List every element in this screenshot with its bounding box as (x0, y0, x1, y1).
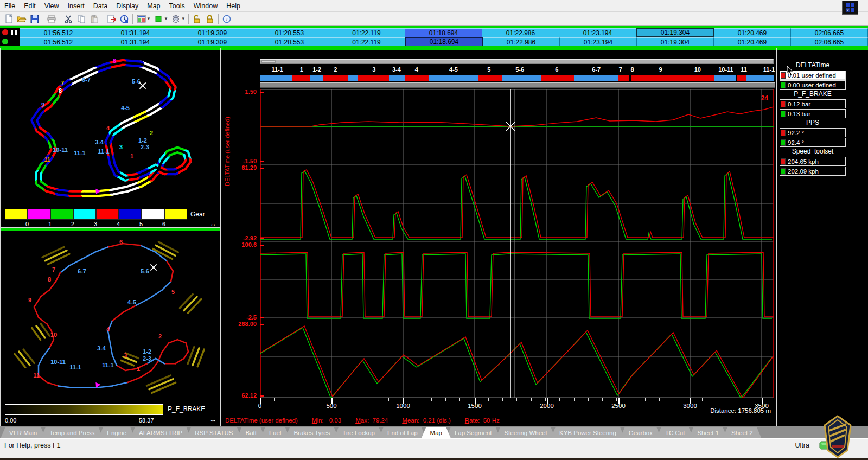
status-mode-label: Ultra (795, 442, 809, 449)
lap-time-cell[interactable]: 01:56.512 (20, 28, 97, 37)
chart-scrollbar[interactable] (260, 59, 774, 64)
tab-temp-and-press[interactable]: Temp and Press (41, 427, 103, 438)
segment-label: 1 (300, 66, 303, 73)
brake-track-map[interactable]: 65243111109875-66-74-53-41-22-310-1111-1… (2, 232, 219, 403)
tab-steering-wheel[interactable]: Steering Wheel (495, 427, 556, 438)
tab-kyb-power-steering[interactable]: KYB Power Steering (551, 427, 625, 438)
marker-dropdown-icon[interactable] (152, 13, 165, 25)
tab-lap-segment[interactable]: Lap Segment (446, 427, 500, 438)
save-icon[interactable] (28, 13, 41, 25)
lock-icon[interactable] (203, 13, 216, 25)
lap-time-cell[interactable]: 01:19.304 (637, 37, 714, 46)
lap-time-cell[interactable]: 01:20.553 (251, 28, 328, 37)
lap-time-cell[interactable]: 02:06.665 (791, 28, 868, 37)
lap-time-cell[interactable]: 01:31.194 (97, 28, 174, 37)
segment-block (389, 75, 405, 81)
menu-help[interactable]: Help (222, 0, 245, 11)
lap-time-cell[interactable]: 01:22.986 (482, 28, 559, 37)
channel-value-item[interactable]: 0.12 bar (780, 99, 846, 108)
scrollbar-thumb[interactable] (261, 60, 276, 63)
channel-value-item[interactable]: 202.09 kph (780, 167, 846, 176)
tab-tire-lockup[interactable]: Tire Lockup (334, 427, 384, 438)
gauge-icon[interactable] (118, 13, 131, 25)
channel-value-text: 92.4 ° (788, 139, 804, 146)
tab-fuel[interactable]: Fuel (260, 427, 290, 438)
unlock-icon[interactable] (190, 13, 203, 25)
dropdown-arrow-icon[interactable]: ▼ (181, 16, 186, 21)
print-icon[interactable] (45, 13, 58, 25)
channel-value-item[interactable]: 0.13 bar (780, 109, 846, 118)
new-document-icon[interactable] (2, 13, 15, 25)
lap-row-marker (0, 37, 20, 46)
menu-edit[interactable]: Edit (20, 0, 40, 11)
segment-label: 11-1 (271, 66, 283, 73)
segment-label: 4-5 (449, 66, 458, 73)
channel-value-item[interactable]: 0.00 user defined (780, 80, 846, 90)
tab-tc-cut[interactable]: TC Cut (656, 427, 693, 438)
gear-color-swatch (164, 209, 187, 220)
open-folder-icon[interactable] (15, 13, 28, 25)
paste-icon[interactable] (88, 13, 101, 25)
tab-gearbox[interactable]: Gearbox (620, 427, 661, 438)
window-panes-icon[interactable]: x (842, 1, 858, 15)
menu-file[interactable]: File (0, 0, 20, 11)
y-axis-tick-label: 62.12 (221, 392, 257, 399)
menu-data[interactable]: Data (89, 0, 112, 11)
cut-icon[interactable] (62, 13, 75, 25)
lap-time-cell[interactable]: 01:56.512 (20, 37, 97, 46)
menu-view[interactable]: View (40, 0, 63, 11)
team-logo (822, 414, 853, 459)
menu-display[interactable]: Display (112, 0, 143, 11)
lap-time-cell[interactable]: 01:19.309 (174, 28, 251, 37)
tab-map[interactable]: Map (422, 427, 451, 438)
red-lap-swatch-icon (781, 72, 786, 79)
mouse-cursor (787, 66, 794, 76)
chart-plot-area[interactable]: 24 (260, 89, 774, 398)
gear-track-map[interactable]: 65-66-74-53-41-22-310-1111-111-178911123… (2, 52, 219, 208)
dropdown-arrow-icon[interactable]: ▼ (164, 16, 168, 21)
distance-readout: Distance: 1756.805 m (710, 407, 771, 414)
segment-label: 11-1 (763, 66, 775, 73)
lap-time-cell[interactable]: 01:20.469 (714, 28, 791, 37)
horizontal-resize-icon[interactable]: ↔ (209, 220, 216, 228)
lap-time-cell[interactable]: 01:22.986 (483, 37, 560, 46)
chart-top-axis (260, 82, 775, 88)
menu-map[interactable]: Map (143, 0, 164, 11)
x-axis-tick-label: 1000 (396, 403, 410, 409)
tab-sheet-1[interactable]: Sheet 1 (688, 427, 727, 438)
tab-batt[interactable]: Batt (237, 427, 265, 438)
lap-time-cell[interactable]: 01:31.194 (97, 37, 174, 46)
lap-time-cell[interactable]: 01:19.304 (636, 28, 714, 37)
dropdown-arrow-icon[interactable]: ▼ (146, 16, 151, 21)
lap-time-cell[interactable]: 02:06.665 (791, 37, 868, 46)
horizontal-resize-icon[interactable]: ↔ (209, 416, 216, 424)
about-icon[interactable]: i (220, 13, 233, 25)
overlay-dropdown-icon[interactable] (169, 13, 182, 25)
channel-value-item[interactable]: 204.65 kph (780, 157, 846, 166)
layout-dropdown-icon[interactable] (135, 13, 148, 25)
lap-time-cell[interactable]: 01:22.119 (328, 28, 405, 37)
lap-time-cell[interactable]: 01:23.194 (560, 37, 637, 46)
menu-tools[interactable]: Tools (165, 0, 189, 11)
lap-time-cell[interactable]: 01:20.553 (251, 37, 328, 46)
lap-time-cell[interactable]: 01:23.194 (559, 28, 636, 37)
tab-alarms-trip[interactable]: ALARMS+TRIP (130, 427, 191, 438)
tab-end-of-lap[interactable]: End of Lap (379, 427, 426, 438)
tab-vfr-main[interactable]: VFR Main (1, 427, 46, 438)
channel-value-item[interactable]: 92.2 ° (780, 128, 846, 137)
tab-brakes-tyres[interactable]: Brakes Tyres (285, 427, 339, 438)
menu-window[interactable]: Window (189, 0, 222, 11)
x-axis: 0500100015002000250030003500 (260, 398, 774, 409)
channel-value-item[interactable]: 92.4 ° (780, 138, 846, 147)
lap-time-cell[interactable]: 01:18.694 (405, 28, 482, 37)
report-icon[interactable] (105, 13, 118, 25)
tab-sheet-2[interactable]: Sheet 2 (723, 427, 762, 438)
lap-time-cell[interactable]: 01:22.119 (328, 37, 405, 46)
tab-rsp-status[interactable]: RSP STATUS (186, 427, 241, 438)
lap-time-cell[interactable]: 01:20.469 (714, 37, 791, 46)
lap-time-cell[interactable]: 01:18.694 (405, 37, 483, 46)
tab-engine[interactable]: Engine (98, 427, 135, 438)
menu-insert[interactable]: Insert (63, 0, 89, 11)
copy-icon[interactable] (75, 13, 88, 25)
lap-time-cell[interactable]: 01:19.309 (174, 37, 251, 46)
